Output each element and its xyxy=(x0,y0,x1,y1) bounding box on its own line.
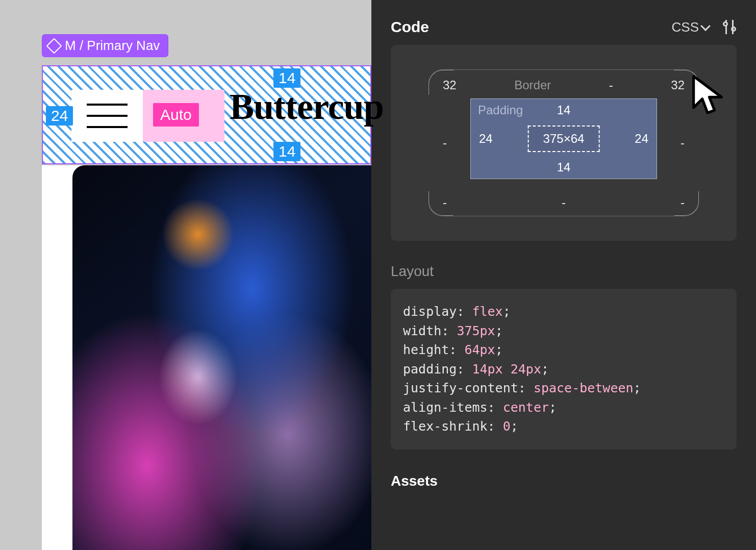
code-language-select[interactable]: CSS xyxy=(672,19,709,35)
padding-top-badge: 14 xyxy=(273,68,300,88)
design-canvas[interactable]: M / Primary Nav Auto Buttercup 14 24 14 xyxy=(0,0,371,550)
auto-gap-badge: Auto xyxy=(153,103,199,127)
border-left-value: - xyxy=(443,136,447,150)
component-instance-label[interactable]: M / Primary Nav xyxy=(42,34,168,57)
padding-top-value: 14 xyxy=(557,103,571,117)
padding-bottom-badge: 14 xyxy=(273,142,300,161)
padding-bottom-value: 14 xyxy=(557,160,571,174)
border-top-right-value: 32 xyxy=(671,78,685,92)
padding-label: Padding xyxy=(478,103,523,117)
code-panel-header: Code CSS xyxy=(391,18,737,36)
border-bottom-left-value: - xyxy=(443,195,447,210)
border-top-center-value: - xyxy=(609,78,613,92)
layout-section-title: Layout xyxy=(391,263,737,280)
border-label: Border xyxy=(514,78,551,92)
chevron-down-icon xyxy=(700,21,711,31)
code-section-title: Code xyxy=(391,18,429,36)
selected-nav-frame[interactable]: Auto Buttercup 14 24 14 xyxy=(42,65,371,164)
brand-title-text: Buttercup xyxy=(230,86,384,128)
border-top-left-value: 32 xyxy=(443,78,457,92)
box-model-diagram[interactable]: 32 Border - 32 - - - - - Padding 14 14 2… xyxy=(429,69,699,216)
cursor-pointer-icon xyxy=(690,74,725,116)
border-bottom-right-value: - xyxy=(681,195,685,210)
code-settings-icon[interactable] xyxy=(722,20,737,34)
hamburger-menu-icon xyxy=(71,90,143,142)
artboard-body[interactable] xyxy=(42,165,371,550)
inspector-panel: Code CSS 32 Border - 32 - - - - xyxy=(371,0,756,550)
padding-box[interactable]: Padding 14 14 24 24 375×64 xyxy=(470,98,657,179)
padding-left-value: 24 xyxy=(479,132,493,146)
component-diamond-icon xyxy=(46,38,62,54)
css-code-block[interactable]: display: flex; width: 375px; height: 64p… xyxy=(391,289,737,449)
hero-flower-image xyxy=(72,165,371,550)
assets-section-title: Assets xyxy=(391,473,737,489)
component-name-text: M / Primary Nav xyxy=(65,38,160,54)
border-bottom-center-value: - xyxy=(562,195,566,210)
code-language-label: CSS xyxy=(672,19,699,35)
box-model-card: 32 Border - 32 - - - - - Padding 14 14 2… xyxy=(391,45,737,241)
border-right-value: - xyxy=(681,136,685,150)
padding-right-value: 24 xyxy=(635,132,648,146)
content-dimensions: 375×64 xyxy=(528,126,600,152)
padding-left-badge: 24 xyxy=(46,106,73,126)
